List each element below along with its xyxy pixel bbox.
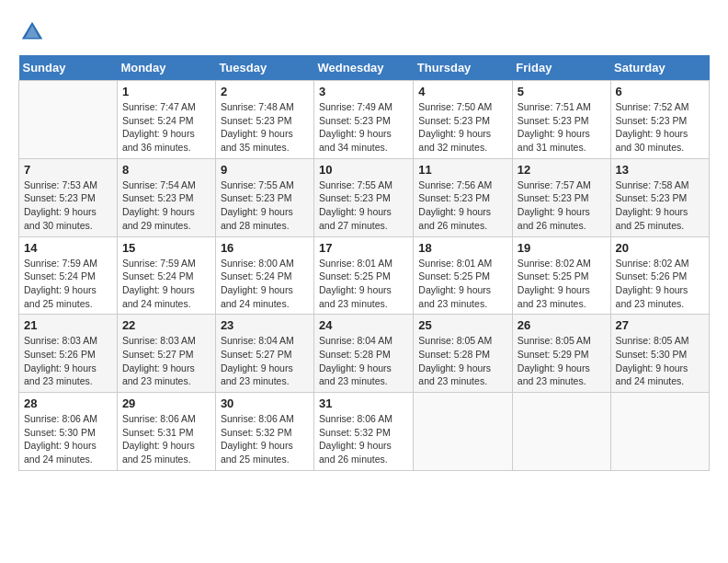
day-info: Sunrise: 8:05 AM Sunset: 5:30 PM Dayligh… — [616, 334, 704, 388]
day-number: 30 — [221, 396, 309, 410]
calendar-week-0: 1Sunrise: 7:47 AM Sunset: 5:24 PM Daylig… — [19, 81, 710, 159]
calendar-cell: 2Sunrise: 7:48 AM Sunset: 5:23 PM Daylig… — [215, 81, 313, 159]
day-number: 14 — [24, 241, 112, 255]
calendar-cell: 17Sunrise: 8:01 AM Sunset: 5:25 PM Dayli… — [314, 236, 414, 315]
day-number: 16 — [221, 241, 309, 255]
calendar-cell: 29Sunrise: 8:06 AM Sunset: 5:31 PM Dayli… — [117, 393, 215, 471]
calendar-cell: 21Sunrise: 8:03 AM Sunset: 5:26 PM Dayli… — [19, 315, 118, 393]
day-info: Sunrise: 7:55 AM Sunset: 5:23 PM Dayligh… — [319, 178, 408, 233]
day-number: 29 — [122, 396, 210, 410]
calendar-header: SundayMondayTuesdayWednesdayThursdayFrid… — [19, 55, 710, 81]
logo — [18, 18, 50, 46]
day-info: Sunrise: 7:54 AM Sunset: 5:23 PM Dayligh… — [122, 178, 210, 233]
day-info: Sunrise: 8:01 AM Sunset: 5:25 PM Dayligh… — [319, 257, 408, 311]
day-info: Sunrise: 8:06 AM Sunset: 5:30 PM Dayligh… — [24, 412, 112, 466]
day-number: 8 — [122, 163, 210, 177]
day-info: Sunrise: 7:59 AM Sunset: 5:24 PM Dayligh… — [122, 257, 210, 311]
calendar-week-2: 14Sunrise: 7:59 AM Sunset: 5:24 PM Dayli… — [19, 236, 710, 315]
calendar-cell — [19, 81, 118, 159]
day-info: Sunrise: 8:04 AM Sunset: 5:28 PM Dayligh… — [319, 334, 408, 388]
day-number: 9 — [221, 163, 309, 177]
day-info: Sunrise: 7:55 AM Sunset: 5:23 PM Dayligh… — [221, 178, 309, 233]
day-number: 18 — [418, 241, 507, 255]
day-info: Sunrise: 7:47 AM Sunset: 5:24 PM Dayligh… — [122, 100, 210, 155]
calendar-cell: 31Sunrise: 8:06 AM Sunset: 5:32 PM Dayli… — [314, 393, 414, 471]
day-number: 11 — [418, 163, 507, 177]
day-number: 28 — [24, 396, 112, 410]
day-number: 27 — [616, 318, 704, 332]
page-container: SundayMondayTuesdayWednesdayThursdayFrid… — [18, 18, 710, 471]
calendar-cell: 24Sunrise: 8:04 AM Sunset: 5:28 PM Dayli… — [314, 315, 414, 393]
calendar-cell: 18Sunrise: 8:01 AM Sunset: 5:25 PM Dayli… — [414, 236, 513, 315]
calendar-cell: 23Sunrise: 8:04 AM Sunset: 5:27 PM Dayli… — [215, 315, 313, 393]
day-info: Sunrise: 8:06 AM Sunset: 5:31 PM Dayligh… — [122, 412, 210, 466]
day-info: Sunrise: 8:05 AM Sunset: 5:28 PM Dayligh… — [418, 334, 507, 388]
calendar-cell: 19Sunrise: 8:02 AM Sunset: 5:25 PM Dayli… — [512, 236, 610, 315]
day-number: 23 — [221, 318, 309, 332]
day-number: 17 — [319, 241, 408, 255]
day-info: Sunrise: 7:57 AM Sunset: 5:23 PM Dayligh… — [518, 178, 606, 233]
calendar-cell: 6Sunrise: 7:52 AM Sunset: 5:23 PM Daylig… — [610, 81, 709, 159]
day-number: 1 — [122, 85, 210, 98]
day-number: 6 — [616, 85, 704, 98]
calendar-week-4: 28Sunrise: 8:06 AM Sunset: 5:30 PM Dayli… — [19, 393, 710, 471]
day-info: Sunrise: 8:05 AM Sunset: 5:29 PM Dayligh… — [518, 334, 606, 388]
calendar-cell: 25Sunrise: 8:05 AM Sunset: 5:28 PM Dayli… — [414, 315, 513, 393]
day-number: 4 — [418, 85, 507, 98]
day-info: Sunrise: 7:52 AM Sunset: 5:23 PM Dayligh… — [616, 100, 704, 155]
calendar-cell: 4Sunrise: 7:50 AM Sunset: 5:23 PM Daylig… — [414, 81, 513, 159]
calendar-cell: 28Sunrise: 8:06 AM Sunset: 5:30 PM Dayli… — [19, 393, 118, 471]
header-cell-sunday: Sunday — [19, 55, 118, 81]
calendar-cell — [414, 393, 513, 471]
day-info: Sunrise: 8:04 AM Sunset: 5:27 PM Dayligh… — [221, 334, 309, 388]
header-cell-friday: Friday — [512, 55, 610, 81]
day-info: Sunrise: 7:56 AM Sunset: 5:23 PM Dayligh… — [418, 178, 507, 233]
calendar-cell: 26Sunrise: 8:05 AM Sunset: 5:29 PM Dayli… — [512, 315, 610, 393]
day-number: 10 — [319, 163, 408, 177]
day-number: 21 — [24, 318, 112, 332]
day-info: Sunrise: 7:50 AM Sunset: 5:23 PM Dayligh… — [418, 100, 507, 155]
day-info: Sunrise: 8:01 AM Sunset: 5:25 PM Dayligh… — [418, 257, 507, 311]
calendar-cell: 3Sunrise: 7:49 AM Sunset: 5:23 PM Daylig… — [314, 81, 414, 159]
header-row: SundayMondayTuesdayWednesdayThursdayFrid… — [19, 55, 710, 81]
day-info: Sunrise: 7:53 AM Sunset: 5:23 PM Dayligh… — [24, 178, 112, 233]
calendar-cell: 11Sunrise: 7:56 AM Sunset: 5:23 PM Dayli… — [414, 158, 513, 236]
day-info: Sunrise: 8:06 AM Sunset: 5:32 PM Dayligh… — [221, 412, 309, 466]
day-info: Sunrise: 7:59 AM Sunset: 5:24 PM Dayligh… — [24, 257, 112, 311]
day-number: 25 — [418, 318, 507, 332]
day-number: 7 — [24, 163, 112, 177]
day-info: Sunrise: 8:02 AM Sunset: 5:25 PM Dayligh… — [518, 257, 606, 311]
calendar-cell: 16Sunrise: 8:00 AM Sunset: 5:24 PM Dayli… — [215, 236, 313, 315]
day-number: 31 — [319, 396, 408, 410]
calendar-cell: 5Sunrise: 7:51 AM Sunset: 5:23 PM Daylig… — [512, 81, 610, 159]
calendar-table: SundayMondayTuesdayWednesdayThursdayFrid… — [18, 55, 710, 471]
day-info: Sunrise: 7:49 AM Sunset: 5:23 PM Dayligh… — [319, 100, 408, 155]
day-number: 13 — [616, 163, 704, 177]
day-info: Sunrise: 7:51 AM Sunset: 5:23 PM Dayligh… — [518, 100, 606, 155]
header-cell-wednesday: Wednesday — [314, 55, 414, 81]
day-info: Sunrise: 8:03 AM Sunset: 5:27 PM Dayligh… — [122, 334, 210, 388]
day-number: 24 — [319, 318, 408, 332]
day-info: Sunrise: 8:06 AM Sunset: 5:32 PM Dayligh… — [319, 412, 408, 466]
day-info: Sunrise: 8:00 AM Sunset: 5:24 PM Dayligh… — [221, 257, 309, 311]
day-info: Sunrise: 7:48 AM Sunset: 5:23 PM Dayligh… — [221, 100, 309, 155]
day-number: 19 — [518, 241, 606, 255]
header — [18, 18, 710, 46]
header-cell-monday: Monday — [117, 55, 215, 81]
calendar-cell: 7Sunrise: 7:53 AM Sunset: 5:23 PM Daylig… — [19, 158, 118, 236]
day-number: 15 — [122, 241, 210, 255]
calendar-body: 1Sunrise: 7:47 AM Sunset: 5:24 PM Daylig… — [19, 81, 710, 471]
calendar-cell — [512, 393, 610, 471]
calendar-cell — [610, 393, 709, 471]
day-number: 2 — [221, 85, 309, 98]
day-info: Sunrise: 8:02 AM Sunset: 5:26 PM Dayligh… — [616, 257, 704, 311]
header-cell-thursday: Thursday — [414, 55, 513, 81]
calendar-week-1: 7Sunrise: 7:53 AM Sunset: 5:23 PM Daylig… — [19, 158, 710, 236]
calendar-cell: 14Sunrise: 7:59 AM Sunset: 5:24 PM Dayli… — [19, 236, 118, 315]
calendar-cell: 8Sunrise: 7:54 AM Sunset: 5:23 PM Daylig… — [117, 158, 215, 236]
calendar-cell: 12Sunrise: 7:57 AM Sunset: 5:23 PM Dayli… — [512, 158, 610, 236]
day-number: 12 — [518, 163, 606, 177]
day-number: 5 — [518, 85, 606, 98]
calendar-cell: 22Sunrise: 8:03 AM Sunset: 5:27 PM Dayli… — [117, 315, 215, 393]
calendar-cell: 30Sunrise: 8:06 AM Sunset: 5:32 PM Dayli… — [215, 393, 313, 471]
